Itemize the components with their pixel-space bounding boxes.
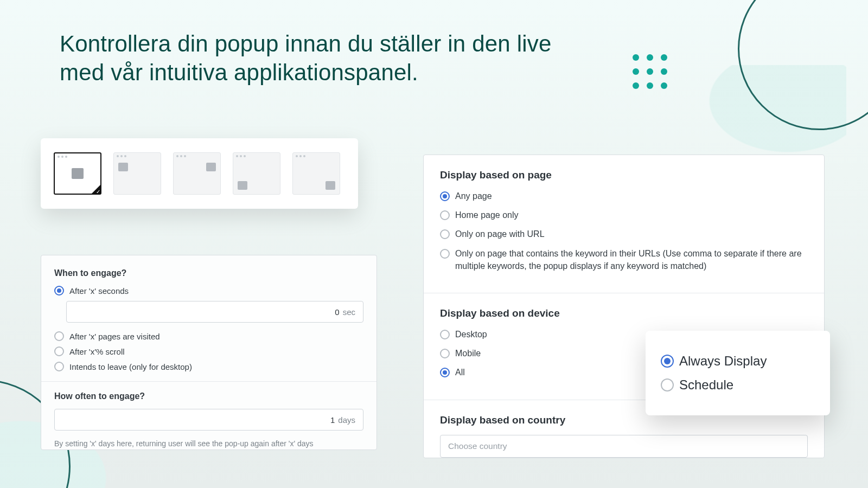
radio-label: After 'x' pages are visited: [69, 332, 160, 341]
radio-after-seconds[interactable]: After 'x' seconds: [54, 286, 363, 296]
radio-label: Schedule: [679, 377, 733, 393]
radio-label: Any page: [455, 190, 492, 202]
radio-page-keyword[interactable]: Only on page that contains the keyword i…: [440, 247, 808, 272]
radio-icon: [54, 346, 64, 356]
display-device-title: Display based on device: [440, 307, 808, 319]
layout-selector-card: [41, 138, 358, 209]
days-input[interactable]: 1 days: [54, 409, 363, 431]
layout-option-bottom-right[interactable]: [292, 152, 340, 195]
radio-icon: [54, 331, 64, 341]
layout-option-bottom-left[interactable]: [233, 152, 280, 195]
radio-icon: [440, 249, 450, 259]
radio-icon: [440, 210, 450, 220]
radio-intends-leave[interactable]: Intends to leave (only for desktop): [54, 362, 363, 371]
layout-option-top-left[interactable]: [113, 152, 161, 195]
radio-label: Only on page that contains the keyword i…: [455, 247, 808, 272]
radio-icon: [54, 362, 64, 371]
seconds-value: 0: [335, 307, 339, 317]
engage-settings-panel: When to engage? After 'x' seconds 0 sec …: [41, 255, 377, 450]
radio-icon: [440, 191, 450, 201]
radio-icon: [440, 368, 450, 377]
layout-option-top-right[interactable]: [173, 152, 221, 195]
radio-page-url[interactable]: Only on page with URL: [440, 228, 808, 240]
seconds-unit: sec: [343, 307, 355, 317]
radio-label: Home page only: [455, 209, 519, 221]
when-to-engage-title: When to engage?: [54, 268, 363, 278]
country-select[interactable]: Choose country: [440, 435, 808, 458]
radio-label: After 'x'% scroll: [69, 347, 125, 356]
page-headline: Kontrollera din popup innan du ställer i…: [60, 30, 586, 87]
how-often-title: How often to engage?: [54, 391, 363, 401]
section-divider: [41, 381, 376, 382]
radio-label: After 'x' seconds: [69, 286, 129, 296]
radio-icon: [54, 286, 64, 296]
radio-icon: [661, 355, 674, 368]
days-value: 1: [330, 415, 335, 425]
radio-label: Only on page with URL: [455, 228, 545, 240]
radio-icon: [440, 330, 450, 339]
radio-after-scroll[interactable]: After 'x'% scroll: [54, 346, 363, 356]
radio-page-home[interactable]: Home page only: [440, 209, 808, 221]
radio-label: Intends to leave (only for desktop): [69, 362, 192, 371]
radio-label: All: [455, 366, 465, 378]
radio-page-any[interactable]: Any page: [440, 190, 808, 202]
radio-label: Mobile: [455, 347, 481, 359]
radio-label: Desktop: [455, 328, 487, 341]
seconds-input[interactable]: 0 sec: [66, 301, 363, 323]
decorative-dot-grid: [633, 54, 667, 89]
radio-after-pages[interactable]: After 'x' pages are visited: [54, 331, 363, 341]
radio-icon: [440, 229, 450, 239]
radio-icon: [440, 349, 450, 358]
radio-always-display[interactable]: Always Display: [661, 354, 815, 369]
display-page-title: Display based on page: [440, 169, 808, 181]
radio-label: Always Display: [679, 354, 767, 369]
radio-icon: [661, 378, 674, 391]
country-placeholder: Choose country: [448, 441, 507, 451]
schedule-popover: Always Display Schedule: [646, 331, 830, 415]
display-country-title: Display based on country: [440, 414, 808, 426]
days-unit: days: [338, 415, 355, 425]
days-helper-text: By setting 'x' days here, returning user…: [54, 439, 363, 448]
radio-schedule[interactable]: Schedule: [661, 377, 815, 393]
layout-option-center[interactable]: [54, 152, 101, 195]
